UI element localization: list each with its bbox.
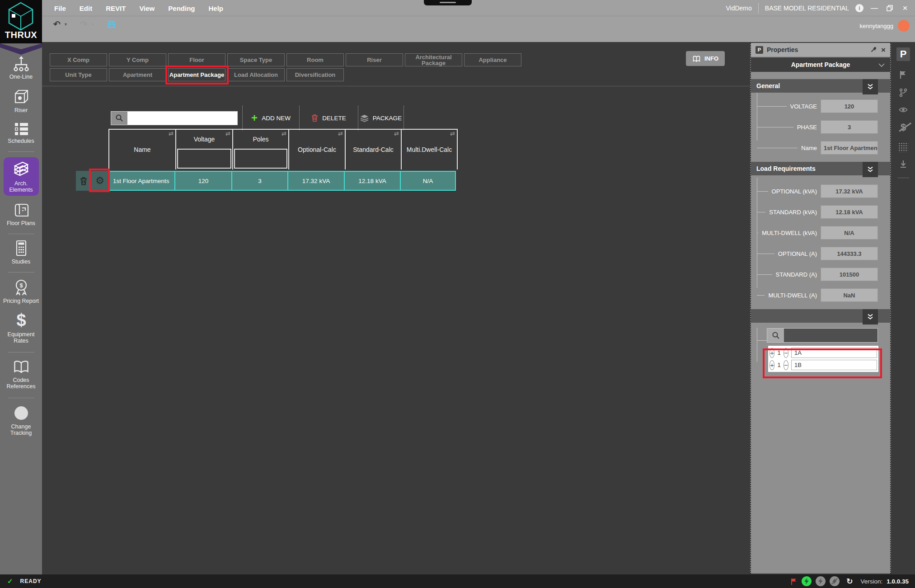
multi-dwell-kva-value[interactable]: N/A xyxy=(821,226,878,240)
row-delete-icon[interactable] xyxy=(80,177,87,185)
tab-riser[interactable]: Riser xyxy=(346,53,403,66)
increment-button[interactable]: + xyxy=(770,360,774,370)
voltage-filter-input[interactable] xyxy=(177,149,231,169)
tab-load-allocation[interactable]: Load Allocation xyxy=(227,68,285,81)
tab-apartment[interactable]: Apartment xyxy=(109,68,166,81)
tab-room[interactable]: Room xyxy=(286,53,344,66)
column-header-optional-calc[interactable]: Optional-Calc ⇄ xyxy=(289,130,346,169)
unit-search-input[interactable] xyxy=(784,329,877,342)
collapse-unit-list-button[interactable] xyxy=(863,309,878,325)
sidebar-item-riser[interactable]: Riser xyxy=(2,88,41,113)
save-icon[interactable] xyxy=(108,20,116,28)
menu-file[interactable]: File xyxy=(54,5,66,12)
cell-optional-calc[interactable]: 17.32 kVA xyxy=(288,171,345,191)
multi-dwell-a-value[interactable]: NaN xyxy=(821,288,878,302)
menu-help[interactable]: Help xyxy=(208,5,223,12)
delete-button[interactable]: DELETE xyxy=(300,111,358,125)
menu-view[interactable]: View xyxy=(139,5,155,12)
sync-icon[interactable]: ↻ xyxy=(846,577,853,586)
redo-icon[interactable]: ↷ xyxy=(80,19,88,29)
minimize-button[interactable]: — xyxy=(870,4,879,13)
info-button[interactable]: INFO xyxy=(686,51,725,66)
undo-icon[interactable]: ↶ xyxy=(53,19,61,29)
sort-icon[interactable]: ⇄ xyxy=(225,130,230,137)
properties-tool-icon[interactable]: P xyxy=(896,47,910,61)
collapse-load-requirements-button[interactable] xyxy=(863,162,878,177)
poles-filter-input[interactable] xyxy=(234,149,287,169)
column-header-name[interactable]: Name ⇄ xyxy=(109,130,176,169)
undo-dropdown-icon[interactable]: ▼ xyxy=(64,22,68,27)
sidebar-item-change-tracking[interactable]: Change Tracking xyxy=(2,405,41,436)
sort-icon[interactable]: ⇄ xyxy=(282,130,286,137)
unit-name-input[interactable] xyxy=(791,348,877,358)
download-icon[interactable] xyxy=(899,160,908,169)
cell-poles[interactable]: 3 xyxy=(232,171,288,191)
branch-icon[interactable] xyxy=(899,88,908,97)
standard-a-value[interactable]: 101500 xyxy=(821,268,878,281)
close-button[interactable]: × xyxy=(901,4,910,13)
flag-icon[interactable] xyxy=(899,70,908,79)
row-settings-gear-icon[interactable]: ⚙ xyxy=(95,176,104,186)
column-header-poles[interactable]: Poles ⇄ xyxy=(233,130,289,169)
tab-y-comp[interactable]: Y Comp xyxy=(109,53,166,66)
cell-voltage[interactable]: 120 xyxy=(175,171,232,191)
sidebar-item-pricing-report[interactable]: $ Pricing Report xyxy=(2,278,41,304)
cell-name[interactable]: 1st Floor Apartments xyxy=(108,171,175,191)
column-header-voltage[interactable]: Voltage ⇄ xyxy=(176,130,233,169)
menu-revit[interactable]: REVIT xyxy=(106,5,126,12)
increment-button[interactable]: + xyxy=(770,348,774,358)
menu-edit[interactable]: Edit xyxy=(80,5,92,12)
unit-name-input[interactable] xyxy=(791,360,877,370)
sidebar-item-one-line[interactable]: One-Line xyxy=(2,56,41,80)
sort-icon[interactable]: ⇄ xyxy=(450,130,455,137)
restore-icon[interactable] xyxy=(885,4,894,13)
info-circle-icon[interactable]: i xyxy=(855,4,863,12)
menu-pending[interactable]: Pending xyxy=(168,5,195,12)
power-status-icon-disabled[interactable] xyxy=(830,576,840,586)
column-header-multi-dwell-calc[interactable]: Multi.Dwell-Calc ⇄ xyxy=(402,130,457,169)
phase-value[interactable]: 3 xyxy=(821,120,878,134)
sort-icon[interactable]: ⇄ xyxy=(169,130,174,137)
decrement-button[interactable]: − xyxy=(784,360,788,370)
grid-icon[interactable] xyxy=(898,142,908,152)
tab-unit-type[interactable]: Unit Type xyxy=(50,68,107,81)
sidebar-item-codes-references[interactable]: Codes References xyxy=(2,359,41,390)
tab-x-comp[interactable]: X Comp xyxy=(50,53,107,66)
dollar-slash-icon[interactable]: $ xyxy=(901,122,906,133)
element-type-selector[interactable]: Apartment Package xyxy=(751,57,890,72)
sidebar-item-equipment-rates[interactable]: $ Equipment Rates xyxy=(2,311,41,344)
sidebar-item-floor-plans[interactable]: Floor Plans xyxy=(2,202,41,226)
optional-kva-value[interactable]: 17.32 kVA xyxy=(821,184,878,198)
tab-diversification[interactable]: Diversification xyxy=(286,68,344,81)
decrement-button[interactable]: − xyxy=(784,348,788,358)
sidebar-item-studies[interactable]: Studies xyxy=(2,240,41,265)
package-button[interactable]: PACKAGE xyxy=(358,111,404,125)
tab-space-type[interactable]: Space Type xyxy=(227,53,285,66)
redo-dropdown-icon[interactable]: ▼ xyxy=(91,22,95,27)
pin-icon[interactable] xyxy=(870,46,877,53)
window-drag-handle[interactable] xyxy=(424,0,472,5)
cell-multi-dwell-calc[interactable]: N/A xyxy=(401,171,456,191)
standard-kva-value[interactable]: 12.18 kVA xyxy=(821,205,878,219)
status-flag-icon[interactable] xyxy=(790,578,798,585)
tab-floor[interactable]: Floor xyxy=(168,53,225,66)
tab-architectural-package[interactable]: Architectural Package xyxy=(405,53,462,66)
power-status-icon-active[interactable] xyxy=(802,576,812,586)
sort-icon[interactable]: ⇄ xyxy=(394,130,399,137)
eye-icon[interactable] xyxy=(898,106,908,113)
table-row[interactable]: 1st Floor Apartments 120 3 17.32 kVA 12.… xyxy=(108,171,458,191)
tab-apartment-package[interactable]: Apartment Package xyxy=(168,68,225,81)
cell-standard-calc[interactable]: 12.18 kVA xyxy=(345,171,401,191)
sort-icon[interactable]: ⇄ xyxy=(338,130,343,137)
search-input[interactable] xyxy=(127,112,237,125)
voltage-value[interactable]: 120 xyxy=(821,99,878,113)
add-new-button[interactable]: + ADD NEW xyxy=(243,111,299,125)
sidebar-item-arch-elements[interactable]: Arch. Elements xyxy=(4,157,39,196)
optional-a-value[interactable]: 144333.3 xyxy=(821,247,878,260)
avatar[interactable] xyxy=(898,20,910,32)
power-status-icon[interactable] xyxy=(816,576,826,586)
name-value[interactable]: 1st Floor Apartments xyxy=(821,141,878,155)
collapse-general-button[interactable] xyxy=(863,79,878,94)
sidebar-item-schedules[interactable]: Schedules xyxy=(2,122,41,144)
tab-appliance[interactable]: Appliance xyxy=(464,53,521,66)
